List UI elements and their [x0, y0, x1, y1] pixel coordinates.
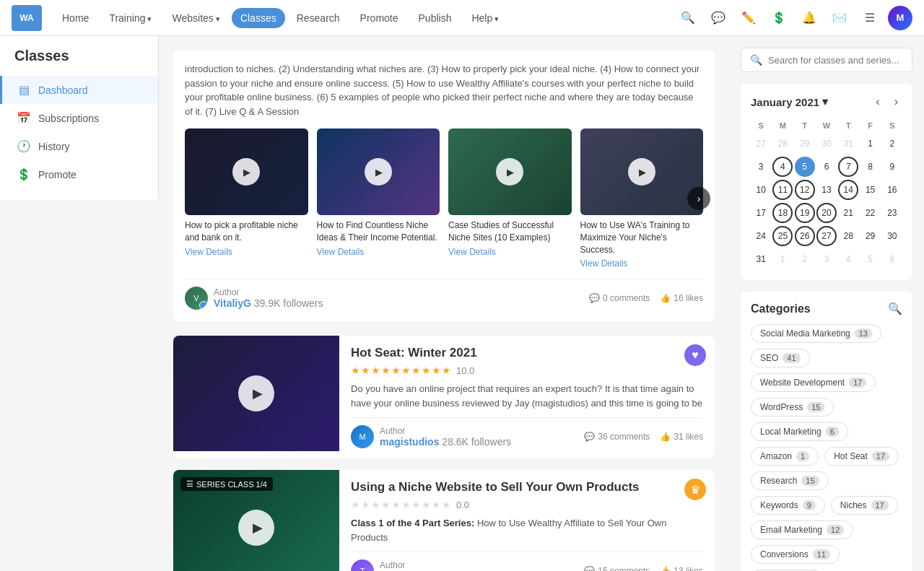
cal-day[interactable]: 4 [772, 157, 793, 177]
cal-day[interactable]: 26 [795, 226, 815, 246]
cal-day-header: T [795, 118, 815, 133]
view-details-2[interactable]: View Details [317, 247, 440, 257]
category-tag-seo[interactable]: SEO41 [751, 349, 810, 367]
cal-day[interactable]: 2 [795, 249, 815, 269]
calendar-prev[interactable]: ‹ [871, 94, 884, 110]
cal-day[interactable]: 31 [751, 249, 771, 269]
next-button[interactable]: › [687, 187, 710, 210]
cal-day[interactable]: 13 [816, 180, 837, 200]
bell-icon[interactable]: 🔔 [797, 6, 821, 30]
cal-day[interactable]: 6 [882, 249, 902, 269]
logo-text: WA [19, 13, 33, 23]
category-tag-niches[interactable]: Niches17 [831, 496, 898, 515]
cal-day[interactable]: 6 [816, 157, 837, 177]
niche-thumb[interactable]: ☰SERIES CLASS 1/4 [173, 470, 339, 571]
category-tag-hot-seat[interactable]: Hot Seat17 [824, 447, 899, 466]
hot-seat-author-name[interactable]: magistudios [380, 436, 439, 448]
nav-link-help[interactable]: Help [463, 8, 507, 28]
cal-day[interactable]: 7 [838, 157, 858, 177]
category-tag-keywords[interactable]: Keywords9 [751, 496, 825, 515]
nav-link-promote[interactable]: Promote [352, 8, 407, 28]
logo[interactable]: WA [12, 5, 42, 31]
nav-link-classes[interactable]: Classes [232, 8, 285, 28]
class-search-input[interactable] [768, 55, 903, 66]
sidebar-icon: ▤ [17, 83, 31, 97]
cal-day[interactable]: 5 [795, 157, 815, 177]
cal-day[interactable]: 17 [751, 203, 771, 223]
category-tag-local-marketing[interactable]: Local Marketing6 [751, 422, 848, 441]
video-card-1[interactable]: How to pick a profitable niche and bank … [185, 128, 308, 269]
sidebar-item-promote[interactable]: 💲Promote [0, 160, 158, 188]
video-title-3: Case Studies of Successful Niche Sites (… [448, 219, 572, 244]
cal-day[interactable]: 11 [772, 180, 793, 200]
chat-icon[interactable]: 💬 [706, 6, 731, 30]
nav-link-research[interactable]: Research [288, 8, 349, 28]
nav-link-home[interactable]: Home [53, 8, 97, 28]
categories-search-icon[interactable]: 🔍 [888, 302, 902, 315]
cal-day[interactable]: 4 [838, 249, 858, 269]
cal-day[interactable]: 27 [816, 226, 837, 246]
cal-day[interactable]: 12 [795, 180, 815, 200]
video-card-4[interactable]: How to Use WA's Training to Maximize You… [580, 128, 704, 269]
cal-day[interactable]: 3 [816, 249, 837, 269]
video-card-2[interactable]: How to Find Countless Niche Ideas & Thei… [317, 128, 440, 269]
view-details-1[interactable]: View Details [185, 247, 308, 257]
cal-day[interactable]: 10 [751, 180, 771, 200]
cal-day[interactable]: 27 [751, 134, 771, 154]
cal-day[interactable]: 19 [795, 203, 815, 223]
view-details-3[interactable]: View Details [448, 247, 572, 257]
class-search-box[interactable]: 🔍 [741, 48, 912, 72]
category-tag-email-marketing[interactable]: Email Marketing12 [751, 520, 853, 539]
category-tag-wordpress[interactable]: WordPress15 [751, 398, 834, 417]
view-details-4[interactable]: View Details [580, 258, 704, 269]
cal-day[interactable]: 2 [882, 134, 902, 154]
mail-icon[interactable]: ✉️ [827, 6, 852, 30]
dollar-icon[interactable]: 💲 [767, 6, 791, 30]
cal-day[interactable]: 16 [882, 180, 902, 200]
cal-day[interactable]: 22 [860, 203, 881, 223]
search-icon[interactable]: 🔍 [676, 6, 700, 30]
sidebar-item-subscriptions[interactable]: 📅Subscriptions [0, 104, 158, 132]
video-card-3[interactable]: Case Studies of Successful Niche Sites (… [448, 128, 572, 269]
cal-day[interactable]: 18 [772, 203, 793, 223]
menu-icon[interactable]: ☰ [858, 6, 882, 30]
cal-day[interactable]: 31 [838, 134, 858, 154]
cal-day[interactable]: 23 [882, 203, 902, 223]
nav-link-training[interactable]: Training [100, 8, 160, 28]
cal-day[interactable]: 3 [751, 157, 771, 177]
category-tags: Social Media Marketing13SEO41Website Dev… [751, 324, 902, 571]
cal-day[interactable]: 29 [860, 226, 881, 246]
cal-day[interactable]: 30 [816, 134, 837, 154]
sidebar-icon: 🕐 [17, 139, 31, 153]
nav-link-publish[interactable]: Publish [410, 8, 461, 28]
sidebar-item-dashboard[interactable]: ▤Dashboard [0, 76, 158, 104]
cal-day[interactable]: 25 [772, 226, 793, 246]
calendar-month[interactable]: January 2021 ▾ [751, 95, 828, 108]
cal-day[interactable]: 9 [882, 157, 902, 177]
category-tag-research[interactable]: Research15 [751, 471, 829, 490]
category-tag-conversions[interactable]: Conversions11 [751, 545, 840, 564]
nav-link-websites[interactable]: Websites [163, 8, 228, 28]
cal-day[interactable]: 28 [772, 134, 793, 154]
cal-day[interactable]: 24 [751, 226, 771, 246]
cal-day[interactable]: 1 [860, 134, 881, 154]
category-tag-social-media-marketing[interactable]: Social Media Marketing13 [751, 324, 881, 343]
edit-icon[interactable]: ✏️ [736, 6, 761, 30]
cal-day[interactable]: 8 [860, 157, 881, 177]
cal-day[interactable]: 20 [816, 203, 837, 223]
hot-seat-thumb[interactable] [173, 336, 339, 451]
category-tag-amazon[interactable]: Amazon1 [751, 447, 819, 466]
cal-day[interactable]: 30 [882, 226, 902, 246]
author-name[interactable]: VitaliyG [214, 297, 251, 309]
category-tag-website-development[interactable]: Website Development17 [751, 373, 876, 392]
calendar-next[interactable]: › [890, 94, 902, 110]
cal-day[interactable]: 14 [838, 180, 858, 200]
cal-day[interactable]: 5 [860, 249, 881, 269]
sidebar-item-history[interactable]: 🕐History [0, 132, 158, 160]
cal-day[interactable]: 21 [838, 203, 858, 223]
cal-day[interactable]: 1 [772, 249, 793, 269]
cal-day[interactable]: 15 [860, 180, 881, 200]
cal-day[interactable]: 28 [838, 226, 858, 246]
cal-day[interactable]: 29 [795, 134, 815, 154]
avatar[interactable]: M [888, 6, 912, 30]
